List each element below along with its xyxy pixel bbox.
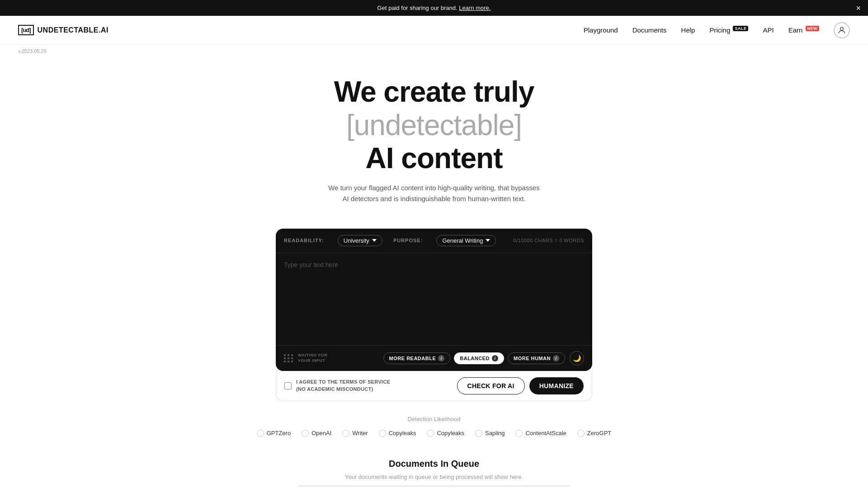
detection-items: GPTZero OpenAI Writer Copyleaks Copyleak… (9, 430, 859, 437)
hero-subtitle: We turn your flagged AI content into hig… (9, 183, 859, 204)
tool-footer: WAITING FOR YOUR INPUT MORE READABLE i B… (276, 345, 592, 371)
nav-item-help[interactable]: Help (681, 26, 695, 34)
detection-title: Detection Likelihood (9, 416, 859, 422)
more-human-info-icon: i (553, 355, 559, 361)
logo[interactable]: [ud] UNDETECTABLE.AI (18, 25, 108, 35)
hero-line3: AI content (366, 142, 503, 174)
queue-section: Documents In Queue Your documents waitin… (0, 444, 868, 488)
detection-section: Detection Likelihood GPTZero OpenAI Writ… (0, 401, 868, 444)
waiting-text: WAITING FOR YOUR INPUT (298, 353, 328, 363)
version-label: v.2023.05.29 (0, 45, 868, 57)
openai-dot (302, 430, 309, 437)
readability-value: University (344, 237, 369, 244)
detection-contentatscale: ContentAtScale (515, 430, 566, 437)
avatar-button[interactable] (834, 22, 850, 38)
terms-checkbox-label[interactable]: I AGREE TO THE TERMS OF SERVICE (NO ACAD… (284, 379, 390, 393)
hero-line2: [undetectable] (346, 109, 522, 141)
text-input[interactable] (276, 253, 592, 343)
tool-bottom-controls: I AGREE TO THE TERMS OF SERVICE (NO ACAD… (276, 371, 592, 401)
mode-balanced[interactable]: BALANCED i (454, 352, 504, 364)
writer-dot (342, 430, 349, 437)
detection-gptzero: GPTZero (257, 430, 291, 437)
queue-subtitle: Your documents waiting in queue or being… (9, 474, 859, 480)
hero-line1: We create truly (334, 75, 534, 108)
detection-copyleaks: Copyleaks (379, 430, 416, 437)
sapling-label: Sapling (485, 430, 505, 436)
queue-divider (298, 486, 570, 486)
copyleaks2-dot (427, 430, 434, 437)
readability-select[interactable]: University (338, 235, 382, 246)
check-ai-button[interactable]: CHECK FOR AI (457, 377, 525, 394)
waiting-indicator: WAITING FOR YOUR INPUT (284, 353, 328, 363)
banner-close-button[interactable]: × (856, 4, 861, 12)
hero-section: We create truly [undetectable] AI conten… (0, 57, 868, 218)
balanced-info-icon: i (492, 355, 498, 361)
top-banner: Get paid for sharing our brand. Learn mo… (0, 0, 868, 16)
gptzero-label: GPTZero (267, 430, 291, 436)
svg-point-0 (840, 27, 844, 30)
banner-link[interactable]: Learn more. (459, 5, 491, 11)
copyleaks-dot (379, 430, 386, 437)
pricing-badge: SALE (733, 26, 748, 31)
main-nav: Playground Documents Help Pricing SALE A… (584, 22, 850, 38)
nav-item-api[interactable]: API (763, 26, 774, 34)
detection-openai: OpenAI (302, 430, 331, 437)
purpose-value: General Writing (442, 237, 483, 244)
mode-buttons: MORE READABLE i BALANCED i MORE HUMAN i (383, 352, 565, 364)
theme-toggle-button[interactable]: 🌙 (570, 351, 584, 366)
header: [ud] UNDETECTABLE.AI Playground Document… (0, 16, 868, 45)
logo-bracket: [ud] (18, 25, 34, 35)
contentatscale-dot (515, 430, 523, 437)
nav-item-pricing[interactable]: Pricing SALE (709, 26, 748, 34)
more-readable-info-icon: i (438, 355, 444, 361)
earn-badge: NEW (806, 26, 820, 31)
zerogpt-label: ZeroGPT (587, 430, 611, 436)
humanize-button[interactable]: HUMANIZE (529, 377, 584, 394)
mode-more-readable[interactable]: MORE READABLE i (383, 352, 451, 364)
nav-item-playground[interactable]: Playground (584, 26, 618, 34)
copyleaks2-label: Copyleaks (437, 430, 464, 436)
sapling-dot (475, 430, 482, 437)
nav-item-earn[interactable]: Earn NEW (788, 26, 819, 34)
openai-label: OpenAI (311, 430, 331, 436)
terms-checkbox[interactable] (284, 382, 292, 389)
tool-card: READABILITY: University PURPOSE: General… (276, 229, 592, 371)
mode-more-human[interactable]: MORE HUMAN i (508, 352, 565, 364)
contentatscale-label: ContentAtScale (525, 430, 566, 436)
writer-label: Writer (352, 430, 368, 436)
terms-text: I AGREE TO THE TERMS OF SERVICE (NO ACAD… (296, 379, 390, 393)
copyleaks-label: Copyleaks (389, 430, 416, 436)
action-buttons: CHECK FOR AI HUMANIZE (457, 377, 584, 394)
detection-sapling: Sapling (475, 430, 505, 437)
nav-item-documents[interactable]: Documents (632, 26, 667, 34)
tool-header: READABILITY: University PURPOSE: General… (276, 229, 592, 253)
grid-icon (284, 354, 293, 362)
detection-writer: Writer (342, 430, 368, 437)
char-count: 0/10000 CHARS = 0 WORDS (513, 238, 584, 243)
logo-text: UNDETECTABLE.AI (38, 26, 108, 34)
detection-copyleaks2: Copyleaks (427, 430, 464, 437)
banner-text: Get paid for sharing our brand. (377, 5, 458, 11)
gptzero-dot (257, 430, 264, 437)
readability-label: READABILITY: (284, 238, 324, 243)
hero-title: We create truly [undetectable] AI conten… (9, 75, 859, 175)
zerogpt-dot (577, 430, 585, 437)
purpose-select[interactable]: General Writing (436, 235, 496, 246)
purpose-label: PURPOSE: (393, 238, 423, 243)
queue-title: Documents In Queue (9, 459, 859, 469)
detection-zerogpt: ZeroGPT (577, 430, 611, 437)
